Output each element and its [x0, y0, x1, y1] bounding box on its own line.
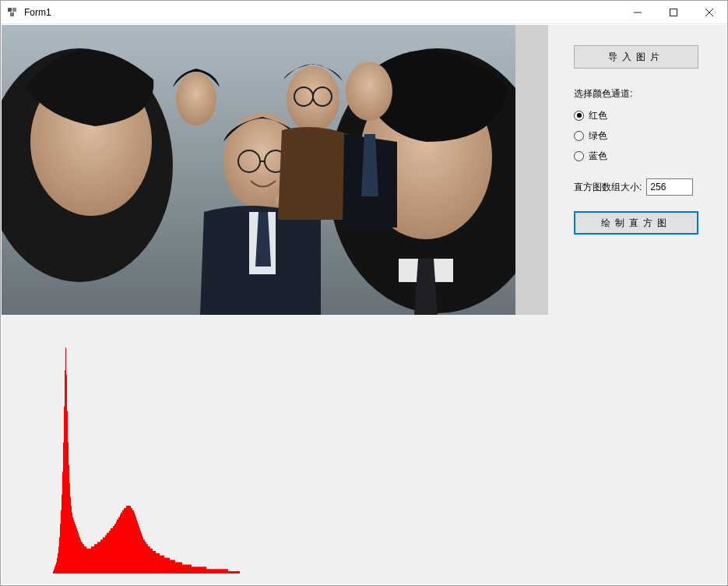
svg-rect-26 — [2, 25, 515, 315]
histogram-panel — [2, 315, 726, 584]
svg-rect-1 — [12, 8, 16, 12]
radio-indicator-icon — [574, 111, 584, 121]
radio-green-label: 绿色 — [589, 129, 607, 143]
image-display-panel — [2, 25, 548, 315]
app-icon — [7, 6, 19, 19]
svg-rect-0 — [8, 8, 12, 12]
client-area: 导入图片 选择颜色通道: 红色 绿色 蓝色 直方图数组大小: 绘制直方图 — [2, 25, 726, 584]
histogram-chart — [47, 348, 246, 574]
radio-blue-label: 蓝色 — [589, 150, 607, 163]
window-title: Form1 — [24, 7, 620, 18]
channel-radio-group: 红色 绿色 蓝色 — [574, 105, 714, 166]
radio-indicator-icon — [574, 131, 584, 141]
bins-label: 直方图数组大小: — [574, 181, 642, 194]
bins-input[interactable] — [646, 178, 693, 196]
radio-red[interactable]: 红色 — [574, 105, 714, 125]
radio-indicator-icon — [574, 151, 584, 161]
window-buttons — [620, 1, 727, 24]
controls-panel: 导入图片 选择颜色通道: 红色 绿色 蓝色 直方图数组大小: 绘制直方图 — [574, 45, 714, 235]
radio-red-label: 红色 — [589, 109, 607, 122]
svg-rect-2 — [10, 12, 14, 16]
radio-blue[interactable]: 蓝色 — [574, 146, 714, 166]
loaded-image-placeholder — [2, 25, 515, 315]
import-image-button[interactable]: 导入图片 — [574, 45, 698, 69]
maximize-button[interactable] — [656, 1, 691, 24]
radio-green[interactable]: 绿色 — [574, 125, 714, 146]
svg-rect-4 — [670, 9, 677, 16]
draw-histogram-button[interactable]: 绘制直方图 — [574, 211, 698, 235]
close-button[interactable] — [691, 1, 727, 24]
title-bar: Form1 — [1, 1, 727, 24]
minimize-button[interactable] — [620, 1, 656, 24]
channel-group-label: 选择颜色通道: — [574, 87, 714, 101]
bins-row: 直方图数组大小: — [574, 178, 714, 196]
